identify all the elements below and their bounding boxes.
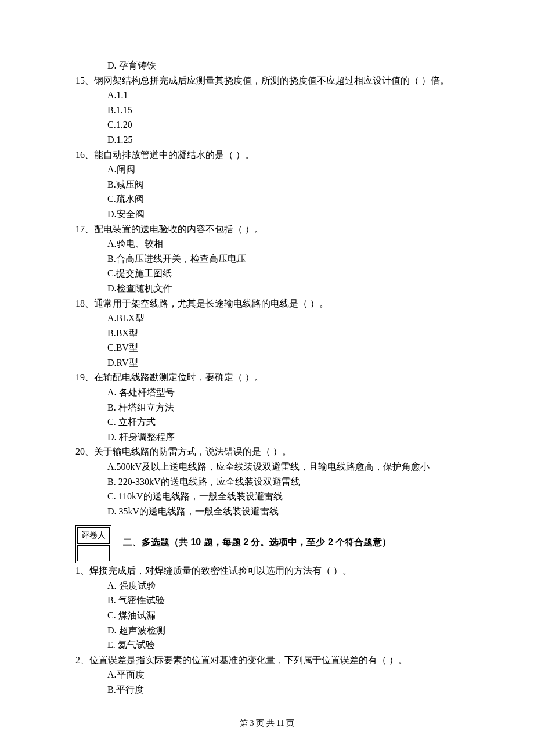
score-box-label: 评卷人 bbox=[77, 527, 110, 543]
q17-option-c: C.提交施工图纸 bbox=[75, 266, 459, 281]
q15-option-a: A.1.1 bbox=[75, 88, 459, 103]
q16-option-b: B.减压阀 bbox=[75, 177, 459, 192]
q18-option-d: D.RV型 bbox=[75, 355, 459, 370]
mq1-option-e: E. 氦气试验 bbox=[75, 638, 459, 653]
q17-stem: 17、配电装置的送电验收的内容不包括（ ）。 bbox=[75, 222, 459, 237]
q19-stem: 19、在输配电线路勘测定位时，要确定（ ）。 bbox=[75, 370, 459, 385]
score-box-blank bbox=[77, 545, 110, 561]
q17-option-d: D.检查随机文件 bbox=[75, 281, 459, 296]
mq1-option-c: C. 煤油试漏 bbox=[75, 608, 459, 623]
q19-option-a: A. 各处杆塔型号 bbox=[75, 385, 459, 400]
exam-page: D. 孕育铸铁 15、钢网架结构总拼完成后应测量其挠度值，所测的挠度值不应超过相… bbox=[0, 0, 534, 756]
mq2-stem: 2、位置误差是指实际要素的位置对基准的变化量，下列属于位置误差的有（ ）。 bbox=[75, 653, 459, 668]
q19-option-c: C. 立杆方式 bbox=[75, 415, 459, 430]
q19-option-d: D. 杆身调整程序 bbox=[75, 430, 459, 445]
mq1-option-b: B. 气密性试验 bbox=[75, 593, 459, 608]
q19-option-b: B. 杆塔组立方法 bbox=[75, 400, 459, 415]
q20-option-d: D. 35kV的送电线路，一般全线装设避雷线 bbox=[75, 504, 459, 519]
q16-option-d: D.安全阀 bbox=[75, 207, 459, 222]
q15-option-d: D.1.25 bbox=[75, 132, 459, 147]
q20-option-c: C. 110kV的送电线路，一般全线装设避雷线 bbox=[75, 489, 459, 504]
page-footer: 第 3 页 共 11 页 bbox=[0, 717, 534, 730]
q15-stem: 15、钢网架结构总拼完成后应测量其挠度值，所测的挠度值不应超过相应设计值的（ ）… bbox=[75, 73, 459, 88]
q16-option-a: A.闸阀 bbox=[75, 162, 459, 177]
q15-option-c: C.1.20 bbox=[75, 117, 459, 132]
q20-option-b: B. 220-330kV的送电线路，应全线装设双避雷线 bbox=[75, 474, 459, 489]
q16-stem: 16、能自动排放管道中的凝结水的是（ ）。 bbox=[75, 147, 459, 163]
q18-stem: 18、通常用于架空线路，尤其是长途输电线路的电线是（ ）。 bbox=[75, 296, 459, 311]
q17-option-b: B.合高压进线开关，检查高压电压 bbox=[75, 251, 459, 267]
q18-option-b: B.BX型 bbox=[75, 326, 459, 341]
mq2-option-a: A.平面度 bbox=[75, 667, 459, 682]
mq1-option-a: A. 强度试验 bbox=[75, 578, 459, 593]
score-box: 评卷人 bbox=[75, 525, 111, 563]
mq2-option-b: B.平行度 bbox=[75, 682, 459, 697]
q17-option-a: A.验电、较相 bbox=[75, 236, 459, 251]
q20-option-a: A.500kV及以上送电线路，应全线装设双避雷线，且输电线路愈高，保护角愈小 bbox=[75, 459, 459, 474]
q15-option-b: B.1.15 bbox=[75, 103, 459, 118]
section-2-title: 二、多选题（共 10 题，每题 2 分。选项中，至少 2 个符合题意） bbox=[123, 535, 391, 550]
mq1-option-d: D. 超声波检测 bbox=[75, 623, 459, 638]
q18-option-c: C.BV型 bbox=[75, 340, 459, 355]
q16-option-c: C.疏水阀 bbox=[75, 192, 459, 207]
mq1-stem: 1、焊接完成后，对焊缝质量的致密性试验可以选用的方法有（ ）。 bbox=[75, 563, 459, 578]
q20-stem: 20、关于输电线路的防雷方式，说法错误的是（ ）。 bbox=[75, 444, 459, 459]
q18-option-a: A.BLX型 bbox=[75, 311, 459, 326]
q14-option-d: D. 孕育铸铁 bbox=[75, 58, 459, 73]
section-2-header-row: 评卷人 二、多选题（共 10 题，每题 2 分。选项中，至少 2 个符合题意） bbox=[75, 521, 459, 563]
